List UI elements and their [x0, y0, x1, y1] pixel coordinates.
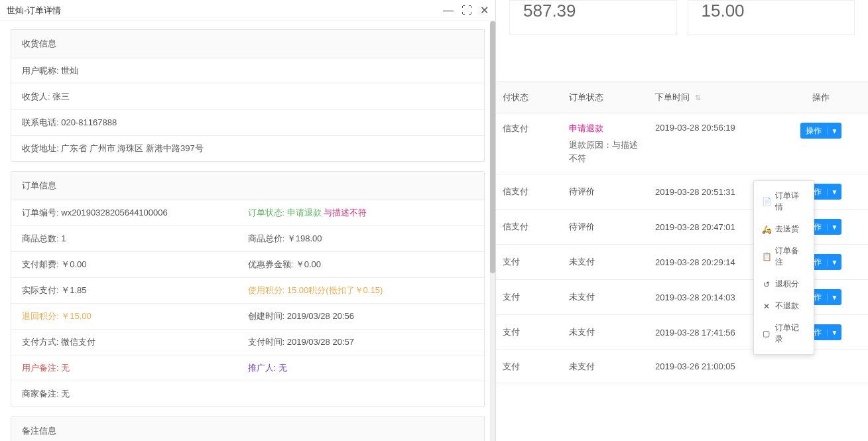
- action-button-label: 操作: [800, 125, 827, 137]
- order-row-6: 支付方式: 微信支付 支付时间: 2019/03/28 20:57: [11, 330, 484, 355]
- close-icon[interactable]: ✕: [480, 4, 489, 17]
- cancel-icon: ✕: [762, 302, 771, 311]
- pay-time-value: 2019/03/28 20:57: [287, 337, 354, 347]
- goods-count-value: 1: [61, 233, 66, 243]
- dropdown-item-no-refund[interactable]: ✕ 不退款: [754, 295, 814, 317]
- cell-pay: 信支付: [496, 212, 562, 242]
- caret-down-icon: ▼: [827, 223, 842, 231]
- order-row-5: 退回积分: ￥15.00 创建时间: 2019/03/28 20:56: [11, 304, 484, 330]
- modal-controls: — ⛶ ✕: [443, 4, 489, 17]
- order-header: 订单信息: [11, 172, 484, 200]
- phone-value: 020-81167888: [61, 117, 117, 127]
- caret-down-icon: ▼: [827, 294, 842, 301]
- cell-time: 2019-03-28 20:56:19: [649, 113, 775, 142]
- order-row-7: 用户备注: 无 推广人: 无: [11, 355, 484, 381]
- cell-status: 未支付: [562, 282, 649, 312]
- goods-count-label: 商品总数:: [22, 233, 59, 243]
- cell-pay: 支付: [496, 351, 562, 382]
- dropdown-item-label: 退积分: [775, 279, 799, 290]
- address-label: 收货地址:: [22, 143, 59, 153]
- table-row: 信支付 申请退款 退款原因：与描述不符 2019-03-28 20:56:19 …: [496, 113, 868, 174]
- nickname-value: 世灿: [61, 66, 78, 76]
- status-value: 申请退款: [287, 208, 322, 218]
- dropdown-item-label: 订单备注: [775, 245, 806, 268]
- caret-down-icon: ▼: [827, 188, 842, 196]
- th-order-time[interactable]: 下单时间 ⇅: [649, 82, 775, 113]
- remark-info-card: 备注信息: [11, 416, 485, 441]
- dropdown-item-label: 去送货: [775, 223, 799, 235]
- cell-pay: 信支付: [496, 176, 562, 207]
- dropdown-item-order-log[interactable]: ▢ 订单记录: [754, 317, 814, 350]
- created-label: 创建时间:: [248, 311, 285, 321]
- dropdown-item-remark[interactable]: 📋 订单备注: [754, 240, 814, 273]
- coupon-value: ￥0.00: [296, 259, 321, 269]
- cell-action: [775, 357, 867, 376]
- points-used-label: 使用积分:: [248, 285, 285, 295]
- stat-card-1: 587.39: [509, 0, 677, 35]
- order-info-card: 订单信息 订单编号: wx20190328205644100006 订单状态: …: [11, 171, 485, 407]
- cell-time: 2019-03-26 21:00:05: [649, 352, 775, 381]
- modal-title: 世灿-订单详情: [7, 5, 61, 17]
- table-header-row: 付状态 订单状态 下单时间 ⇅ 操作: [496, 82, 868, 113]
- paid-value: ￥1.85: [61, 285, 86, 295]
- th-order-status[interactable]: 订单状态: [562, 82, 649, 113]
- promoter-value: 无: [279, 363, 287, 373]
- user-remark-label: 用户备注:: [22, 363, 59, 373]
- points-used-value: 15.00积分(抵扣了￥0.15): [287, 285, 383, 295]
- caret-down-icon: ▼: [827, 329, 842, 336]
- dropdown-item-order-detail[interactable]: 📄 订单详情: [754, 185, 814, 218]
- paid-label: 实际支付:: [22, 285, 59, 295]
- table-row: 支付 未支付 2019-03-26 21:00:05: [496, 350, 868, 383]
- dropdown-item-label: 订单详情: [775, 190, 806, 213]
- created-value: 2019/03/28 20:56: [287, 311, 354, 321]
- goods-total-value: ￥198.00: [287, 233, 322, 243]
- shipping-info-card: 收货信息 用户昵称: 世灿 收货人: 张三 联系电话: 020-81167888…: [11, 29, 485, 162]
- order-row-2: 商品总数: 1 商品总价: ￥198.00: [11, 226, 484, 252]
- goods-total-label: 商品总价:: [248, 233, 285, 243]
- order-row-4: 实际支付: ￥1.85 使用积分: 15.00积分(抵扣了￥0.15): [11, 278, 484, 304]
- undo-icon: ↺: [762, 280, 771, 289]
- cell-status: 申请退款 退款原因：与描述不符: [562, 113, 649, 174]
- file-icon: 📄: [762, 197, 771, 206]
- remark-header: 备注信息: [11, 417, 484, 441]
- minimize-icon[interactable]: —: [443, 5, 454, 17]
- maximize-icon[interactable]: ⛶: [462, 5, 472, 17]
- cell-status: 待评价: [562, 176, 649, 207]
- phone-row: 联系电话: 020-81167888: [11, 110, 484, 136]
- refund-reason: 退款原因：与描述不符: [569, 139, 642, 164]
- motorcycle-icon: 🛵: [762, 225, 771, 234]
- phone-label: 联系电话:: [22, 117, 59, 127]
- stat-card-2: 15.00: [688, 0, 855, 35]
- dropdown-item-label: 不退款: [775, 300, 799, 312]
- address-value: 广东省 广州市 海珠区 新港中路397号: [61, 143, 204, 153]
- cell-pay: 支付: [496, 282, 562, 312]
- log-icon: ▢: [762, 329, 771, 338]
- order-no-value: wx20190328205644100006: [61, 208, 168, 218]
- points-return-label: 退回积分:: [22, 311, 59, 321]
- caret-down-icon: ▼: [827, 259, 842, 266]
- cell-action: 操作 ▼: [775, 113, 867, 148]
- pay-time-label: 支付时间:: [248, 337, 285, 347]
- action-button[interactable]: 操作 ▼: [800, 123, 842, 139]
- refund-status: 申请退款: [569, 123, 642, 135]
- pay-method-label: 支付方式:: [22, 337, 59, 347]
- nickname-label: 用户昵称:: [22, 66, 59, 76]
- merchant-remark-value: 无: [61, 389, 70, 399]
- order-row-8: 商家备注: 无: [11, 381, 484, 407]
- dropdown-item-label: 订单记录: [775, 322, 806, 345]
- order-row-3: 支付邮费: ￥0.00 优惠券金额: ￥0.00: [11, 252, 484, 278]
- promoter-label: 推广人:: [248, 363, 277, 373]
- th-pay-status[interactable]: 付状态: [496, 82, 562, 113]
- nickname-row: 用户昵称: 世灿: [11, 58, 484, 84]
- dropdown-item-deliver[interactable]: 🛵 去送货: [754, 218, 814, 240]
- sort-icon[interactable]: ⇅: [695, 94, 701, 101]
- th-action: 操作: [775, 82, 867, 113]
- shipping-header: 收货信息: [11, 30, 484, 58]
- pay-method-value: 微信支付: [61, 337, 95, 347]
- merchant-remark-label: 商家备注:: [22, 389, 59, 399]
- scrollbar-thumb[interactable]: [490, 21, 495, 273]
- th-order-time-label: 下单时间: [655, 92, 690, 102]
- dropdown-item-refund-points[interactable]: ↺ 退积分: [754, 273, 814, 295]
- ship-fee-value: ￥0.00: [61, 259, 86, 269]
- points-return-value: ￥15.00: [61, 311, 92, 321]
